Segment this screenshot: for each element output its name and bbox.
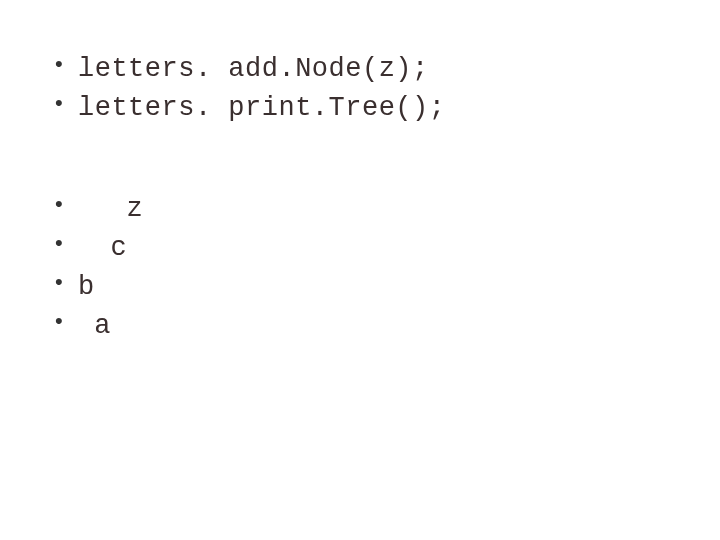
bullet-list-top: letters. add.Node(z); letters. print.Tre…	[50, 50, 670, 126]
output-bullet: c	[50, 229, 670, 266]
code-bullet: letters. add.Node(z);	[50, 50, 670, 87]
output-line: a	[78, 311, 110, 341]
code-line: letters. add.Node(z);	[78, 54, 429, 84]
slide: letters. add.Node(z); letters. print.Tre…	[0, 0, 720, 345]
output-bullet: a	[50, 307, 670, 344]
output-bullet: b	[50, 268, 670, 305]
output-line: c	[78, 233, 127, 263]
output-line: b	[78, 272, 94, 302]
code-bullet: letters. print.Tree();	[50, 89, 670, 126]
output-line: z	[78, 194, 143, 224]
output-bullet: z	[50, 190, 670, 227]
bullet-list-output: z c b a	[50, 190, 670, 344]
spacer	[50, 128, 670, 190]
code-line: letters. print.Tree();	[78, 93, 445, 123]
